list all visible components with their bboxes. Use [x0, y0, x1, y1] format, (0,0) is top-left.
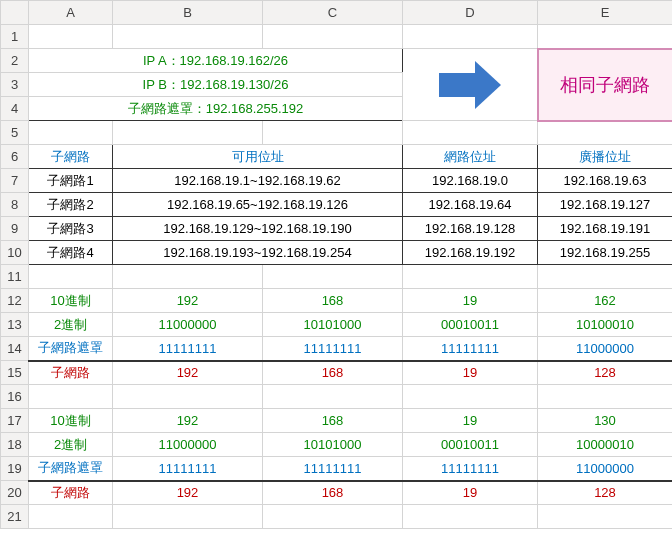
calcB-bin[interactable]: 11000000: [113, 433, 263, 457]
row-1[interactable]: 1: [1, 25, 29, 49]
calcA-subnet[interactable]: 128: [538, 361, 673, 385]
calcB-bin[interactable]: 00010011: [403, 433, 538, 457]
subnet-mask[interactable]: 子網路遮罩：192.168.255.192: [29, 97, 403, 121]
row-10[interactable]: 10: [1, 241, 29, 265]
row-6[interactable]: 6: [1, 145, 29, 169]
hdr-usable[interactable]: 可用位址: [113, 145, 403, 169]
subnet-net[interactable]: 192.168.19.0: [403, 169, 538, 193]
cell[interactable]: [403, 25, 538, 49]
calcB-mask[interactable]: 11111111: [263, 457, 403, 481]
cell[interactable]: [538, 25, 673, 49]
subnet-bcast[interactable]: 192.168.19.191: [538, 217, 673, 241]
row-19[interactable]: 19: [1, 457, 29, 481]
calcA-dec[interactable]: 19: [403, 289, 538, 313]
col-A[interactable]: A: [29, 1, 113, 25]
calcB-dec[interactable]: 192: [113, 409, 263, 433]
label-bin[interactable]: 2進制: [29, 313, 113, 337]
row-5[interactable]: 5: [1, 121, 29, 145]
hdr-subnet[interactable]: 子網路: [29, 145, 113, 169]
cell[interactable]: [403, 505, 538, 529]
calcA-bin[interactable]: 10100010: [538, 313, 673, 337]
calcA-subnet[interactable]: 168: [263, 361, 403, 385]
arrow-cell[interactable]: [403, 49, 538, 121]
subnet-net[interactable]: 192.168.19.64: [403, 193, 538, 217]
calcA-mask[interactable]: 11111111: [113, 337, 263, 361]
calcA-dec[interactable]: 192: [113, 289, 263, 313]
cell[interactable]: [403, 265, 538, 289]
cell[interactable]: [263, 121, 403, 145]
row-20[interactable]: 20: [1, 481, 29, 505]
calcA-dec[interactable]: 168: [263, 289, 403, 313]
cell[interactable]: [538, 505, 673, 529]
calcA-bin[interactable]: 11000000: [113, 313, 263, 337]
subnet-net[interactable]: 192.168.19.192: [403, 241, 538, 265]
row-13[interactable]: 13: [1, 313, 29, 337]
calcA-subnet[interactable]: 192: [113, 361, 263, 385]
subnet-bcast[interactable]: 192.168.19.63: [538, 169, 673, 193]
calcB-subnet[interactable]: 168: [263, 481, 403, 505]
subnet-name[interactable]: 子網路1: [29, 169, 113, 193]
calcB-mask[interactable]: 11000000: [538, 457, 673, 481]
row-18[interactable]: 18: [1, 433, 29, 457]
calcA-bin[interactable]: 10101000: [263, 313, 403, 337]
row-11[interactable]: 11: [1, 265, 29, 289]
ip-a[interactable]: IP A：192.168.19.162/26: [29, 49, 403, 73]
row-7[interactable]: 7: [1, 169, 29, 193]
calcB-subnet[interactable]: 128: [538, 481, 673, 505]
subnet-bcast[interactable]: 192.168.19.255: [538, 241, 673, 265]
hdr-broadcast[interactable]: 廣播位址: [538, 145, 673, 169]
cell[interactable]: [403, 121, 538, 145]
cell[interactable]: [29, 385, 113, 409]
cell[interactable]: [538, 385, 673, 409]
label-dec[interactable]: 10進制: [29, 409, 113, 433]
cell[interactable]: [263, 265, 403, 289]
cell[interactable]: [538, 121, 673, 145]
cell[interactable]: [263, 25, 403, 49]
row-2[interactable]: 2: [1, 49, 29, 73]
row-9[interactable]: 9: [1, 217, 29, 241]
calcB-dec[interactable]: 19: [403, 409, 538, 433]
cell[interactable]: [263, 505, 403, 529]
cell[interactable]: [29, 25, 113, 49]
calcA-mask[interactable]: 11111111: [263, 337, 403, 361]
col-E[interactable]: E: [538, 1, 673, 25]
result-box[interactable]: 相同子網路: [538, 49, 673, 121]
hdr-network[interactable]: 網路位址: [403, 145, 538, 169]
calcB-dec[interactable]: 130: [538, 409, 673, 433]
subnet-name[interactable]: 子網路4: [29, 241, 113, 265]
ip-b[interactable]: IP B：192.168.19.130/26: [29, 73, 403, 97]
col-B[interactable]: B: [113, 1, 263, 25]
row-21[interactable]: 21: [1, 505, 29, 529]
cell[interactable]: [113, 265, 263, 289]
calcB-dec[interactable]: 168: [263, 409, 403, 433]
col-D[interactable]: D: [403, 1, 538, 25]
row-12[interactable]: 12: [1, 289, 29, 313]
calcB-mask[interactable]: 11111111: [403, 457, 538, 481]
calcB-mask[interactable]: 11111111: [113, 457, 263, 481]
calcA-mask[interactable]: 11111111: [403, 337, 538, 361]
subnet-range[interactable]: 192.168.19.129~192.168.19.190: [113, 217, 403, 241]
calcB-subnet[interactable]: 192: [113, 481, 263, 505]
calcA-bin[interactable]: 00010011: [403, 313, 538, 337]
row-14[interactable]: 14: [1, 337, 29, 361]
calcB-bin[interactable]: 10000010: [538, 433, 673, 457]
row-4[interactable]: 4: [1, 97, 29, 121]
cell[interactable]: [113, 25, 263, 49]
cell[interactable]: [403, 385, 538, 409]
cell[interactable]: [29, 265, 113, 289]
cell[interactable]: [29, 121, 113, 145]
subnet-range[interactable]: 192.168.19.1~192.168.19.62: [113, 169, 403, 193]
cell[interactable]: [263, 385, 403, 409]
label-subnet[interactable]: 子網路: [29, 481, 113, 505]
subnet-name[interactable]: 子網路2: [29, 193, 113, 217]
subnet-bcast[interactable]: 192.168.19.127: [538, 193, 673, 217]
subnet-range[interactable]: 192.168.19.193~192.168.19.254: [113, 241, 403, 265]
cell[interactable]: [113, 385, 263, 409]
calcA-dec[interactable]: 162: [538, 289, 673, 313]
row-3[interactable]: 3: [1, 73, 29, 97]
cell[interactable]: [113, 505, 263, 529]
subnet-net[interactable]: 192.168.19.128: [403, 217, 538, 241]
cell[interactable]: [538, 265, 673, 289]
label-subnet[interactable]: 子網路: [29, 361, 113, 385]
row-8[interactable]: 8: [1, 193, 29, 217]
